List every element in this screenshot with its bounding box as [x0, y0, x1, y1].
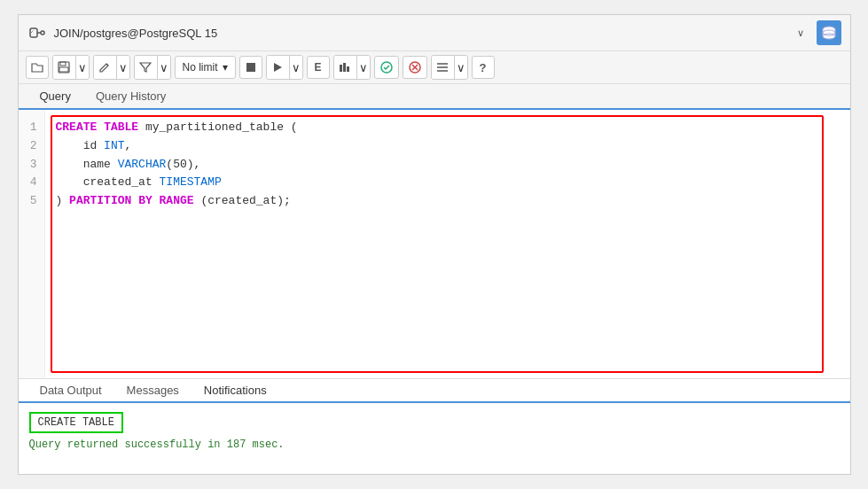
tab-query-history[interactable]: Query History: [83, 84, 178, 110]
svg-rect-12: [59, 67, 68, 72]
save-group: ∨: [52, 55, 90, 80]
result-area: CREATE TABLE Query returned successfully…: [19, 403, 850, 474]
tab-query-label: Query: [40, 89, 71, 103]
chart-group: ∨: [333, 55, 371, 80]
result-tab-bar: Data Output Messages Notifications: [19, 379, 850, 403]
code-line-4: created_at TIMESTAMP: [56, 174, 840, 192]
tab-data-output[interactable]: Data Output: [27, 379, 114, 403]
limit-dropdown[interactable]: No limit ▾: [175, 56, 236, 79]
run-dropdown-button[interactable]: ∨: [290, 56, 302, 79]
chart-button[interactable]: [334, 56, 357, 79]
line-num-5: 5: [26, 192, 37, 211]
code-line-1: CREATE TABLE my_partitioned_table (: [56, 119, 840, 137]
result-message: Query returned successfully in 187 msec.: [29, 439, 840, 451]
svg-rect-15: [340, 65, 342, 72]
tab-data-output-label: Data Output: [40, 384, 102, 397]
line-num-1: 1: [26, 119, 37, 137]
connection-label: JOIN/postgres@PostgreSQL 15: [54, 27, 790, 40]
edit-button[interactable]: [94, 56, 117, 79]
limit-label: No limit: [183, 61, 218, 74]
edit-dropdown-button[interactable]: ∨: [117, 56, 129, 79]
commit-button[interactable]: [374, 56, 399, 79]
filter-button[interactable]: [135, 56, 158, 79]
tab-messages-label: Messages: [127, 384, 179, 397]
run-button[interactable]: [267, 56, 290, 79]
open-file-button[interactable]: [26, 56, 49, 79]
code-editor[interactable]: CREATE TABLE my_partitioned_table ( id I…: [45, 110, 850, 378]
explain-button[interactable]: E: [307, 56, 330, 79]
edit-group: ∨: [93, 55, 130, 80]
query-tab-bar: Query Query History: [19, 84, 850, 110]
code-line-5: ) PARTITION BY RANGE (created_at);: [56, 192, 840, 211]
toolbar: ∨ ∨ ∨ No limit ▾ ∨ E: [19, 51, 850, 84]
limit-arrow: ▾: [223, 61, 228, 74]
menu-group: ∨: [431, 55, 468, 80]
line-numbers: 1 2 3 4 5: [19, 110, 45, 378]
filter-dropdown-button[interactable]: ∨: [158, 56, 170, 79]
tab-messages[interactable]: Messages: [114, 379, 192, 403]
tab-query-history-label: Query History: [96, 89, 166, 103]
code-line-2: id INT,: [56, 137, 840, 156]
result-output-box: CREATE TABLE: [29, 412, 123, 433]
svg-rect-16: [343, 63, 346, 72]
svg-line-3: [31, 30, 34, 33]
svg-marker-14: [274, 63, 282, 72]
connection-icon: [27, 23, 47, 43]
line-num-3: 3: [26, 156, 37, 175]
filter-group: ∨: [134, 55, 171, 80]
line-num-2: 2: [26, 137, 37, 156]
tab-notifications[interactable]: Notifications: [192, 379, 279, 403]
svg-rect-13: [246, 63, 255, 72]
save-button[interactable]: [53, 56, 76, 79]
rollback-button[interactable]: [403, 56, 427, 79]
save-dropdown-button[interactable]: ∨: [76, 56, 89, 79]
svg-rect-17: [347, 66, 349, 72]
line-num-4: 4: [26, 174, 37, 192]
title-bar: JOIN/postgres@PostgreSQL 15 ∨: [19, 15, 850, 51]
stop-button[interactable]: [239, 56, 262, 79]
tab-query[interactable]: Query: [27, 84, 83, 110]
code-line-3: name VARCHAR(50),: [56, 156, 840, 175]
db-server-icon[interactable]: [817, 20, 841, 45]
svg-point-2: [41, 31, 44, 35]
menu-dropdown-button[interactable]: ∨: [455, 56, 467, 79]
editor-area: 1 2 3 4 5 CREATE TABLE my_partitioned_ta…: [19, 110, 850, 379]
main-window: JOIN/postgres@PostgreSQL 15 ∨ ∨: [18, 14, 851, 475]
chart-dropdown-button[interactable]: ∨: [357, 56, 370, 79]
tab-notifications-label: Notifications: [204, 384, 267, 397]
help-button[interactable]: ?: [472, 56, 495, 79]
result-output-text: CREATE TABLE: [38, 416, 114, 429]
connection-dropdown-arrow[interactable]: ∨: [797, 27, 804, 39]
menu-button[interactable]: [432, 56, 455, 79]
run-group: ∨: [266, 55, 303, 80]
